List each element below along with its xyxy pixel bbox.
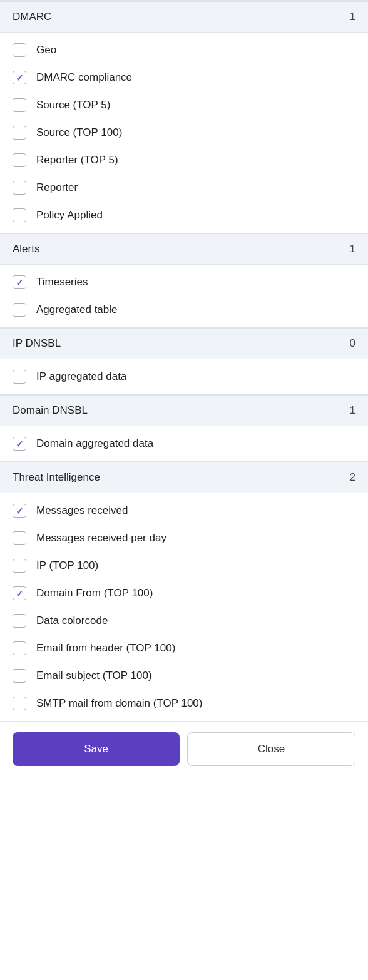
- checkbox-item-timeseries[interactable]: ✓Timeseries: [0, 268, 368, 296]
- checkbox-item-domain-from-top100[interactable]: ✓Domain From (TOP 100): [0, 579, 368, 607]
- checkbox-box-geo[interactable]: [13, 43, 26, 57]
- section-title-dmarc: DMARC: [13, 11, 51, 23]
- checkbox-item-email-subject-top100[interactable]: Email subject (TOP 100): [0, 662, 368, 690]
- checkbox-label-reporter-top5: Reporter (TOP 5): [36, 154, 118, 166]
- section-title-alerts: Alerts: [13, 243, 39, 255]
- checkbox-box-messages-received[interactable]: ✓: [13, 504, 26, 518]
- checkbox-label-smtp-mail-from-domain-top100: SMTP mail from domain (TOP 100): [36, 697, 202, 710]
- checkbox-list-dmarc: Geo✓DMARC complianceSource (TOP 5)Source…: [0, 33, 368, 233]
- checkbox-box-domain-aggregated-data[interactable]: ✓: [13, 437, 26, 451]
- checkbox-label-ip-aggregated-data: IP aggregated data: [36, 370, 126, 383]
- section-header-domain-dnsbl: Domain DNSBL1: [0, 395, 368, 426]
- checkbox-box-email-from-header-top100[interactable]: [13, 641, 26, 655]
- checkbox-item-messages-received-per-day[interactable]: Messages received per day: [0, 524, 368, 552]
- section-header-dmarc: DMARC1: [0, 1, 368, 33]
- checkbox-label-email-subject-top100: Email subject (TOP 100): [36, 670, 152, 682]
- checkbox-label-source-top5: Source (TOP 5): [36, 99, 110, 111]
- checkbox-item-messages-received[interactable]: ✓Messages received: [0, 497, 368, 524]
- checkbox-box-messages-received-per-day[interactable]: [13, 531, 26, 545]
- checkbox-box-ip-top100[interactable]: [13, 559, 26, 573]
- checkbox-list-domain-dnsbl: ✓Domain aggregated data: [0, 426, 368, 462]
- main-container: DMARC1Geo✓DMARC complianceSource (TOP 5)…: [0, 0, 368, 776]
- checkbox-item-source-top5[interactable]: Source (TOP 5): [0, 91, 368, 119]
- checkbox-label-aggregated-table: Aggregated table: [36, 304, 118, 316]
- section-count-ip-dnsbl: 0: [350, 337, 355, 350]
- checkbox-box-domain-from-top100[interactable]: ✓: [13, 586, 26, 600]
- checkmark-messages-received: ✓: [16, 506, 24, 516]
- checkbox-label-timeseries: Timeseries: [36, 276, 88, 288]
- checkbox-item-reporter[interactable]: Reporter: [0, 174, 368, 202]
- checkmark-domain-from-top100: ✓: [16, 589, 24, 598]
- section-count-alerts: 1: [350, 243, 355, 255]
- checkbox-box-timeseries[interactable]: ✓: [13, 275, 26, 289]
- checkbox-list-ip-dnsbl: IP aggregated data: [0, 359, 368, 395]
- checkbox-item-ip-aggregated-data[interactable]: IP aggregated data: [0, 363, 368, 390]
- checkbox-box-reporter[interactable]: [13, 181, 26, 195]
- sections-container: DMARC1Geo✓DMARC complianceSource (TOP 5)…: [0, 1, 368, 722]
- checkmark-domain-aggregated-data: ✓: [16, 439, 24, 449]
- checkmark-dmarc-compliance: ✓: [16, 73, 24, 83]
- checkbox-label-domain-aggregated-data: Domain aggregated data: [36, 437, 153, 450]
- section-title-threat-intelligence: Threat Intelligence: [13, 471, 100, 484]
- save-button[interactable]: Save: [13, 732, 180, 766]
- checkbox-label-source-top100: Source (TOP 100): [36, 126, 122, 139]
- checkbox-label-reporter: Reporter: [36, 181, 78, 194]
- footer: Save Close: [0, 722, 368, 776]
- checkbox-list-alerts: ✓TimeseriesAggregated table: [0, 265, 368, 328]
- checkbox-item-dmarc-compliance[interactable]: ✓DMARC compliance: [0, 64, 368, 91]
- checkbox-box-aggregated-table[interactable]: [13, 303, 26, 317]
- checkbox-item-ip-top100[interactable]: IP (TOP 100): [0, 552, 368, 579]
- checkbox-label-data-colorcode: Data colorcode: [36, 615, 108, 627]
- checkbox-label-messages-received: Messages received: [36, 504, 128, 517]
- checkbox-label-messages-received-per-day: Messages received per day: [36, 532, 166, 544]
- section-header-alerts: Alerts1: [0, 233, 368, 265]
- checkbox-label-domain-from-top100: Domain From (TOP 100): [36, 587, 153, 600]
- checkbox-item-smtp-mail-from-domain-top100[interactable]: SMTP mail from domain (TOP 100): [0, 690, 368, 717]
- checkbox-list-threat-intelligence: ✓Messages receivedMessages received per …: [0, 493, 368, 722]
- checkbox-item-policy-applied[interactable]: Policy Applied: [0, 202, 368, 229]
- checkbox-box-policy-applied[interactable]: [13, 208, 26, 222]
- checkbox-item-data-colorcode[interactable]: Data colorcode: [0, 607, 368, 635]
- section-count-dmarc: 1: [350, 11, 355, 23]
- checkbox-item-email-from-header-top100[interactable]: Email from header (TOP 100): [0, 635, 368, 662]
- section-header-threat-intelligence: Threat Intelligence2: [0, 462, 368, 493]
- checkbox-box-email-subject-top100[interactable]: [13, 669, 26, 683]
- checkbox-label-ip-top100: IP (TOP 100): [36, 559, 98, 572]
- checkbox-box-dmarc-compliance[interactable]: ✓: [13, 71, 26, 84]
- checkmark-timeseries: ✓: [16, 278, 24, 287]
- checkbox-item-domain-aggregated-data[interactable]: ✓Domain aggregated data: [0, 430, 368, 457]
- checkbox-box-smtp-mail-from-domain-top100[interactable]: [13, 697, 26, 710]
- section-header-ip-dnsbl: IP DNSBL0: [0, 328, 368, 359]
- checkbox-box-data-colorcode[interactable]: [13, 614, 26, 628]
- checkbox-label-email-from-header-top100: Email from header (TOP 100): [36, 642, 175, 655]
- checkbox-item-aggregated-table[interactable]: Aggregated table: [0, 296, 368, 324]
- checkbox-item-source-top100[interactable]: Source (TOP 100): [0, 119, 368, 146]
- section-title-domain-dnsbl: Domain DNSBL: [13, 404, 88, 417]
- section-title-ip-dnsbl: IP DNSBL: [13, 337, 61, 350]
- checkbox-label-policy-applied: Policy Applied: [36, 209, 103, 222]
- checkbox-label-dmarc-compliance: DMARC compliance: [36, 71, 132, 84]
- checkbox-box-ip-aggregated-data[interactable]: [13, 370, 26, 384]
- close-button[interactable]: Close: [187, 732, 355, 766]
- checkbox-box-reporter-top5[interactable]: [13, 153, 26, 167]
- checkbox-item-reporter-top5[interactable]: Reporter (TOP 5): [0, 146, 368, 174]
- section-count-domain-dnsbl: 1: [350, 404, 355, 417]
- section-count-threat-intelligence: 2: [350, 471, 355, 484]
- checkbox-item-geo[interactable]: Geo: [0, 36, 368, 64]
- checkbox-box-source-top100[interactable]: [13, 126, 26, 140]
- checkbox-label-geo: Geo: [36, 44, 56, 56]
- checkbox-box-source-top5[interactable]: [13, 98, 26, 112]
